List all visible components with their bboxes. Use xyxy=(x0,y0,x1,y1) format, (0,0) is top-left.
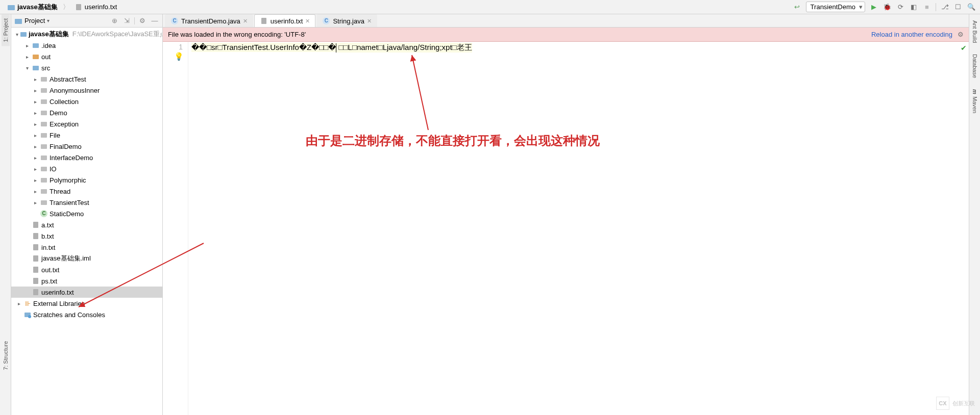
search-icon[interactable]: 🔍 xyxy=(967,3,976,12)
profile-icon[interactable]: ◧ xyxy=(909,3,918,12)
chevron-icon: ▾ xyxy=(16,32,18,37)
git-icon[interactable]: ⎇ xyxy=(940,3,949,12)
editor-tab[interactable]: CTransientDemo.java✕ xyxy=(165,14,253,27)
tree-package[interactable]: ▸InterfaceDemo xyxy=(11,152,162,163)
node-icon xyxy=(40,131,48,139)
run-config-select[interactable]: TransientDemo xyxy=(806,2,865,12)
tree-src[interactable]: ▾src xyxy=(11,62,162,73)
tree-file[interactable]: ▸in.txt xyxy=(11,242,162,253)
node-icon xyxy=(40,86,48,94)
tree-file[interactable]: ▸a.txt xyxy=(11,219,162,230)
svg-rect-18 xyxy=(41,200,47,205)
code-text-b: □□L□namet□Ljava/lang/String;xpt□老王 xyxy=(336,43,472,51)
banner-message: File was loaded in the wrong encoding: '… xyxy=(168,31,866,38)
editor-tab[interactable]: userinfo.txt✕ xyxy=(254,14,316,27)
tree-package[interactable]: ▸IO xyxy=(11,163,162,174)
watermark: CX 创新互联 xyxy=(936,397,975,410)
node-icon xyxy=(32,254,40,263)
hide-icon[interactable]: — xyxy=(150,16,159,25)
svg-rect-21 xyxy=(33,244,38,250)
lightbulb-icon[interactable]: 💡 xyxy=(174,52,184,61)
node-label: a.txt xyxy=(41,221,54,229)
node-label: javase基础集 xyxy=(29,30,69,39)
tree-out[interactable]: ▸out xyxy=(11,51,162,62)
svg-rect-0 xyxy=(8,5,15,10)
node-label: FinalDemo xyxy=(50,143,82,150)
node-icon xyxy=(40,109,48,117)
tree-idea[interactable]: ▸.idea xyxy=(11,40,162,51)
stop-icon[interactable]: ■ xyxy=(922,3,932,12)
chevron-icon: ▸ xyxy=(32,133,38,138)
collapse-icon[interactable]: ⇲ xyxy=(122,16,131,25)
tree-package[interactable]: ▸File xyxy=(11,129,162,141)
update-icon[interactable]: ☐ xyxy=(953,3,963,12)
node-label: Thread xyxy=(50,188,70,195)
svg-rect-13 xyxy=(41,144,47,149)
back-icon[interactable]: ↩ xyxy=(793,3,802,12)
project-title-label: Project xyxy=(24,17,45,24)
node-label: b.txt xyxy=(41,232,54,240)
close-icon[interactable]: ✕ xyxy=(243,18,248,24)
breadcrumb-file[interactable]: userinfo.txt xyxy=(71,2,120,12)
close-icon[interactable]: ✕ xyxy=(305,18,310,24)
tree-package[interactable]: ▸Collection xyxy=(11,96,162,107)
svg-rect-19 xyxy=(33,222,38,228)
editor-tabs: CTransientDemo.java✕userinfo.txt✕CString… xyxy=(163,14,969,28)
tree-file[interactable]: ▸b.txt xyxy=(11,230,162,242)
svg-line-29 xyxy=(412,55,428,130)
tree-package[interactable]: ▸AbstractTest xyxy=(11,73,162,85)
code-content[interactable]: ��□sr□TransientTest.UserInfo�Z�□□� □□L□n… xyxy=(188,42,969,415)
tool-tab-database[interactable]: Database xyxy=(971,51,979,81)
chevron-icon: ▸ xyxy=(32,189,38,194)
tool-tab-project[interactable]: 1: Project xyxy=(2,14,10,46)
node-icon: ⊪ xyxy=(23,299,32,307)
tool-tab-maven[interactable]: mMaven xyxy=(971,86,979,116)
svg-rect-2 xyxy=(15,19,22,24)
tree-package[interactable]: ▸FinalDemo xyxy=(11,141,162,152)
chevron-icon: ▸ xyxy=(32,177,38,183)
project-tree[interactable]: ▾javase基础集F:\IDEAworkSpace\JavaSE重点▸.ide… xyxy=(11,28,162,415)
tree-scratches[interactable]: ▸Scratches and Consoles xyxy=(11,309,162,320)
tab-label: String.java xyxy=(333,17,364,25)
node-label: javase基础集.iml xyxy=(41,254,91,263)
tree-file[interactable]: ▸ps.txt xyxy=(11,275,162,287)
svg-rect-11 xyxy=(41,122,47,126)
project-view-select[interactable]: Project ▾ xyxy=(14,17,107,25)
tree-external-libraries[interactable]: ▸⊪External Libraries xyxy=(11,298,162,309)
tree-package[interactable]: ▸Thread xyxy=(11,186,162,197)
svg-rect-5 xyxy=(33,55,39,59)
line-number: 1 xyxy=(163,43,183,51)
tree-package[interactable]: ▸Exception xyxy=(11,118,162,129)
node-icon: C xyxy=(40,210,48,218)
tree-package[interactable]: ▸Polymorphic xyxy=(11,174,162,186)
code-editor[interactable]: 1 ��□sr□TransientTest.UserInfo�Z�□□� □□L… xyxy=(163,42,969,415)
node-label: src xyxy=(41,64,50,72)
run-icon[interactable]: ▶ xyxy=(869,3,878,12)
svg-rect-17 xyxy=(41,189,47,194)
chevron-icon: ▸ xyxy=(32,88,38,93)
tree-file[interactable]: ▸out.txt xyxy=(11,264,162,275)
locate-icon[interactable]: ⊕ xyxy=(110,16,119,25)
node-icon xyxy=(32,266,40,274)
run-config-label: TransientDemo xyxy=(811,3,855,11)
editor-tab[interactable]: CString.java✕ xyxy=(316,14,377,27)
tree-class[interactable]: ▸CStaticDemo xyxy=(11,208,162,219)
tree-root[interactable]: ▾javase基础集F:\IDEAworkSpace\JavaSE重点 xyxy=(11,29,162,40)
tree-package[interactable]: ▸TransientTest xyxy=(11,197,162,208)
tree-file[interactable]: ▸userinfo.txt xyxy=(11,287,162,298)
svg-rect-8 xyxy=(41,88,47,93)
tree-file[interactable]: ▸javase基础集.iml xyxy=(11,253,162,264)
close-icon[interactable]: ✕ xyxy=(367,18,372,24)
gear-icon[interactable]: ⚙ xyxy=(138,16,147,25)
breadcrumb-project[interactable]: javase基础集 xyxy=(4,2,61,13)
tree-package[interactable]: ▸Demo xyxy=(11,107,162,118)
tool-tab-structure[interactable]: 7: Structure xyxy=(2,337,10,374)
tool-tab-ant[interactable]: Ant Build xyxy=(971,17,979,46)
tree-package[interactable]: ▸AnonymousInner xyxy=(11,85,162,96)
debug-icon[interactable]: 🐞 xyxy=(883,3,892,12)
node-label: Scratches and Consoles xyxy=(33,311,105,319)
reload-encoding-link[interactable]: Reload in another encoding xyxy=(871,31,952,38)
coverage-icon[interactable]: ⟳ xyxy=(896,3,905,12)
node-label: AnonymousInner xyxy=(50,87,100,94)
gear-icon[interactable]: ⚙ xyxy=(958,31,964,38)
